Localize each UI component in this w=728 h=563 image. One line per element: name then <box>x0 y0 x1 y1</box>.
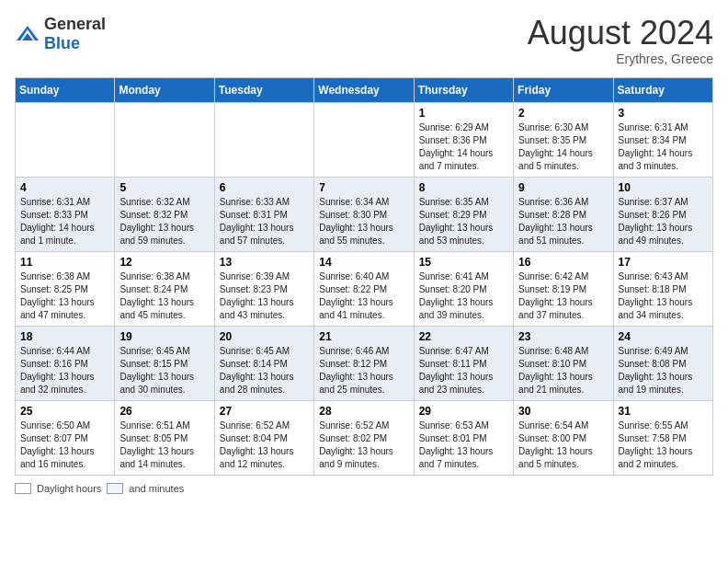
day-number: 13 <box>220 256 309 269</box>
day-number: 20 <box>220 330 309 343</box>
day-info: Sunrise: 6:36 AM Sunset: 8:28 PM Dayligh… <box>518 196 608 247</box>
calendar-week-row: 4Sunrise: 6:31 AM Sunset: 8:33 PM Daylig… <box>16 177 713 251</box>
calendar-cell: 5Sunrise: 6:32 AM Sunset: 8:32 PM Daylig… <box>115 177 214 251</box>
legend-box-white <box>15 483 31 494</box>
calendar-cell <box>314 102 414 177</box>
calendar-cell <box>16 102 115 177</box>
calendar-day-header: Wednesday <box>314 77 414 102</box>
day-info: Sunrise: 6:31 AM Sunset: 8:34 PM Dayligh… <box>619 121 708 173</box>
day-number: 31 <box>619 405 708 418</box>
day-info: Sunrise: 6:52 AM Sunset: 8:04 PM Dayligh… <box>220 419 309 471</box>
day-info: Sunrise: 6:29 AM Sunset: 8:36 PM Dayligh… <box>419 121 508 173</box>
day-number: 19 <box>119 330 209 343</box>
day-info: Sunrise: 6:50 AM Sunset: 8:07 PM Dayligh… <box>20 419 109 471</box>
day-number: 27 <box>220 405 309 418</box>
legend: Daylight hours and minutes <box>15 483 713 494</box>
calendar-cell <box>214 102 313 177</box>
calendar-cell: 31Sunrise: 6:55 AM Sunset: 7:58 PM Dayli… <box>613 400 712 475</box>
day-number: 16 <box>518 256 608 269</box>
day-number: 24 <box>619 330 708 343</box>
day-number: 30 <box>518 405 608 418</box>
day-number: 12 <box>119 256 209 269</box>
day-number: 5 <box>119 181 209 194</box>
calendar-week-row: 25Sunrise: 6:50 AM Sunset: 8:07 PM Dayli… <box>16 400 713 475</box>
calendar-cell: 7Sunrise: 6:34 AM Sunset: 8:30 PM Daylig… <box>314 177 414 251</box>
calendar-cell: 17Sunrise: 6:43 AM Sunset: 8:18 PM Dayli… <box>613 251 712 326</box>
calendar-cell <box>115 102 214 177</box>
day-number: 3 <box>619 107 708 120</box>
day-info: Sunrise: 6:31 AM Sunset: 8:33 PM Dayligh… <box>20 196 109 247</box>
calendar-day-header: Saturday <box>613 77 712 102</box>
daylight-label: Daylight hours <box>37 483 101 494</box>
logo-icon <box>15 24 40 44</box>
day-number: 1 <box>419 107 508 120</box>
day-info: Sunrise: 6:38 AM Sunset: 8:24 PM Dayligh… <box>119 270 209 322</box>
day-info: Sunrise: 6:48 AM Sunset: 8:10 PM Dayligh… <box>518 345 608 396</box>
legend-box-shaded <box>107 483 123 494</box>
calendar-day-header: Tuesday <box>214 77 313 102</box>
day-number: 11 <box>20 256 109 269</box>
day-info: Sunrise: 6:42 AM Sunset: 8:19 PM Dayligh… <box>518 270 608 322</box>
day-number: 17 <box>619 256 708 269</box>
calendar-cell: 21Sunrise: 6:46 AM Sunset: 8:12 PM Dayli… <box>314 326 414 400</box>
day-info: Sunrise: 6:43 AM Sunset: 8:18 PM Dayligh… <box>619 270 708 322</box>
calendar-header-row: SundayMondayTuesdayWednesdayThursdayFrid… <box>16 77 713 102</box>
logo-blue: Blue <box>44 34 80 52</box>
day-info: Sunrise: 6:30 AM Sunset: 8:35 PM Dayligh… <box>518 121 608 173</box>
month-year: August 2024 <box>528 15 713 52</box>
day-info: Sunrise: 6:40 AM Sunset: 8:22 PM Dayligh… <box>319 270 408 322</box>
calendar-cell: 28Sunrise: 6:52 AM Sunset: 8:02 PM Dayli… <box>314 400 414 475</box>
day-number: 2 <box>518 107 608 120</box>
calendar-day-header: Monday <box>115 77 214 102</box>
calendar-cell: 1Sunrise: 6:29 AM Sunset: 8:36 PM Daylig… <box>414 102 513 177</box>
calendar-cell: 4Sunrise: 6:31 AM Sunset: 8:33 PM Daylig… <box>16 177 115 251</box>
calendar-cell: 23Sunrise: 6:48 AM Sunset: 8:10 PM Dayli… <box>514 326 613 400</box>
day-info: Sunrise: 6:45 AM Sunset: 8:15 PM Dayligh… <box>119 345 209 396</box>
day-number: 10 <box>619 181 708 194</box>
calendar-day-header: Sunday <box>16 77 115 102</box>
day-info: Sunrise: 6:47 AM Sunset: 8:11 PM Dayligh… <box>419 345 508 396</box>
calendar-cell: 29Sunrise: 6:53 AM Sunset: 8:01 PM Dayli… <box>414 400 513 475</box>
calendar-cell: 27Sunrise: 6:52 AM Sunset: 8:04 PM Dayli… <box>214 400 313 475</box>
day-number: 4 <box>20 181 109 194</box>
day-info: Sunrise: 6:54 AM Sunset: 8:00 PM Dayligh… <box>518 419 608 471</box>
logo: General Blue <box>15 15 106 53</box>
logo-general: General <box>44 15 106 33</box>
calendar-day-header: Thursday <box>414 77 513 102</box>
day-info: Sunrise: 6:37 AM Sunset: 8:26 PM Dayligh… <box>619 196 708 247</box>
calendar-table: SundayMondayTuesdayWednesdayThursdayFrid… <box>15 77 713 476</box>
day-number: 9 <box>518 181 608 194</box>
day-info: Sunrise: 6:46 AM Sunset: 8:12 PM Dayligh… <box>319 345 408 396</box>
calendar-cell: 2Sunrise: 6:30 AM Sunset: 8:35 PM Daylig… <box>514 102 613 177</box>
logo-text: General Blue <box>44 15 106 53</box>
day-info: Sunrise: 6:32 AM Sunset: 8:32 PM Dayligh… <box>119 196 209 247</box>
day-number: 8 <box>419 181 508 194</box>
calendar-cell: 8Sunrise: 6:35 AM Sunset: 8:29 PM Daylig… <box>414 177 513 251</box>
day-info: Sunrise: 6:35 AM Sunset: 8:29 PM Dayligh… <box>419 196 508 247</box>
calendar-cell: 22Sunrise: 6:47 AM Sunset: 8:11 PM Dayli… <box>414 326 513 400</box>
calendar-cell: 18Sunrise: 6:44 AM Sunset: 8:16 PM Dayli… <box>16 326 115 400</box>
calendar-cell: 11Sunrise: 6:38 AM Sunset: 8:25 PM Dayli… <box>16 251 115 326</box>
day-number: 6 <box>220 181 309 194</box>
calendar-cell: 13Sunrise: 6:39 AM Sunset: 8:23 PM Dayli… <box>214 251 313 326</box>
calendar-cell: 25Sunrise: 6:50 AM Sunset: 8:07 PM Dayli… <box>16 400 115 475</box>
day-number: 25 <box>20 405 109 418</box>
day-number: 15 <box>419 256 508 269</box>
calendar-cell: 26Sunrise: 6:51 AM Sunset: 8:05 PM Dayli… <box>115 400 214 475</box>
calendar-week-row: 1Sunrise: 6:29 AM Sunset: 8:36 PM Daylig… <box>16 102 713 177</box>
calendar-day-header: Friday <box>514 77 613 102</box>
calendar-cell: 19Sunrise: 6:45 AM Sunset: 8:15 PM Dayli… <box>115 326 214 400</box>
calendar-cell: 9Sunrise: 6:36 AM Sunset: 8:28 PM Daylig… <box>514 177 613 251</box>
calendar-week-row: 11Sunrise: 6:38 AM Sunset: 8:25 PM Dayli… <box>16 251 713 326</box>
calendar-cell: 24Sunrise: 6:49 AM Sunset: 8:08 PM Dayli… <box>613 326 712 400</box>
day-info: Sunrise: 6:45 AM Sunset: 8:14 PM Dayligh… <box>220 345 309 396</box>
day-number: 14 <box>319 256 408 269</box>
day-info: Sunrise: 6:44 AM Sunset: 8:16 PM Dayligh… <box>20 345 109 396</box>
day-number: 7 <box>319 181 408 194</box>
day-info: Sunrise: 6:39 AM Sunset: 8:23 PM Dayligh… <box>220 270 309 322</box>
day-info: Sunrise: 6:52 AM Sunset: 8:02 PM Dayligh… <box>319 419 408 471</box>
day-number: 21 <box>319 330 408 343</box>
calendar-cell: 14Sunrise: 6:40 AM Sunset: 8:22 PM Dayli… <box>314 251 414 326</box>
day-number: 28 <box>319 405 408 418</box>
calendar-cell: 6Sunrise: 6:33 AM Sunset: 8:31 PM Daylig… <box>214 177 313 251</box>
